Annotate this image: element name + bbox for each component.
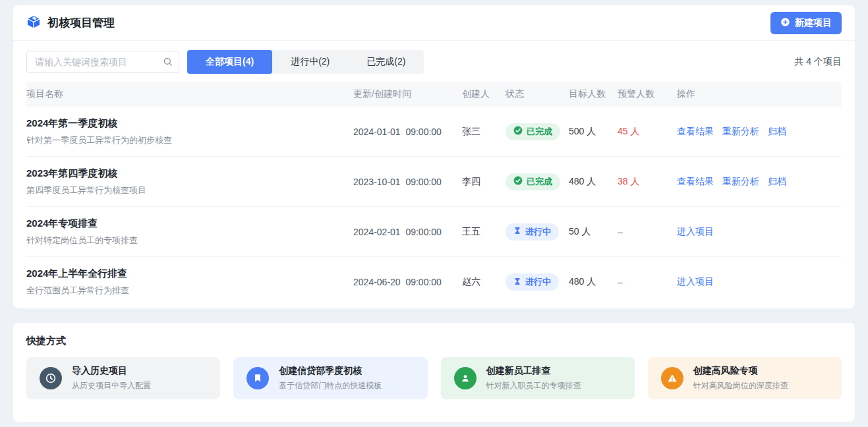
enter-project-link[interactable]: 进入项目 — [677, 226, 714, 238]
target-count: 50 人 — [569, 226, 618, 238]
column-header-time: 更新/创建时间 — [353, 88, 462, 100]
actions-cell: 查看结果 重新分析 归档 — [677, 126, 842, 138]
new-project-button[interactable]: 新建项目 — [770, 12, 842, 34]
hourglass-icon — [513, 227, 521, 237]
new-project-label: 新建项目 — [795, 17, 832, 29]
tab-all-projects[interactable]: 全部项目(4) — [187, 50, 272, 74]
project-name-cell: 2023年第四季度初核 第四季度员工异常行为核查项目 — [26, 167, 353, 196]
reanalyze-link[interactable]: 重新分析 — [722, 176, 759, 188]
status-label: 已完成 — [527, 126, 552, 138]
clock-icon — [40, 367, 62, 389]
status-badge: 已完成 — [506, 173, 560, 190]
project-time: 2024-06-20 09:00:00 — [353, 277, 462, 287]
shortcut-cards: 导入历史项目 从历史项目中导入配置 创建信贷部季度初核 基于信贷部门特点的快速模… — [26, 357, 842, 399]
check-circle-icon — [513, 176, 523, 187]
view-results-link[interactable]: 查看结果 — [677, 126, 714, 138]
project-desc: 第四季度员工异常行为核查项目 — [26, 185, 353, 196]
shortcuts-panel: 快捷方式 导入历史项目 从历史项目中导入配置 创建信贷部季度初核 基于信贷部门特… — [13, 323, 855, 422]
column-header-name: 项目名称 — [26, 88, 353, 100]
project-management-panel: 初核项目管理 新建项目 全部项目(4) 进行中(2) 已完成(2) — [13, 5, 855, 308]
title-wrap: 初核项目管理 — [26, 14, 115, 32]
shortcuts-title: 快捷方式 — [26, 335, 842, 347]
card-desc: 针对高风险岗位的深度排查 — [693, 380, 788, 391]
target-count: 480 人 — [569, 176, 618, 188]
check-circle-icon — [513, 126, 523, 137]
status-badge: 已完成 — [506, 123, 560, 140]
archive-link[interactable]: 归档 — [768, 176, 786, 188]
project-time: 2024-02-01 09:00:00 — [353, 227, 462, 237]
status-cell: 已完成 — [506, 123, 569, 140]
card-desc: 基于信贷部门特点的快速模板 — [279, 380, 382, 391]
shortcut-credit-quarterly[interactable]: 创建信贷部季度初核 基于信贷部门特点的快速模板 — [233, 357, 427, 399]
toolbar: 全部项目(4) 进行中(2) 已完成(2) 共 4 个项目 — [13, 41, 855, 82]
card-desc: 针对新入职员工的专项排查 — [486, 380, 581, 391]
warning-count: 38 人 — [618, 176, 677, 188]
search-box — [26, 51, 179, 73]
reanalyze-link[interactable]: 重新分析 — [722, 126, 759, 138]
tab-in-progress[interactable]: 进行中(2) — [272, 50, 348, 74]
warning-count: – — [618, 277, 677, 287]
card-text: 创建高风险专项 针对高风险岗位的深度排查 — [693, 365, 788, 391]
project-time: 2024-01-01 09:00:00 — [353, 127, 462, 137]
card-desc: 从历史项目中导入配置 — [72, 380, 151, 391]
actions-cell: 进入项目 — [677, 276, 842, 288]
project-creator: 张三 — [462, 126, 506, 138]
warning-count: – — [618, 227, 677, 237]
table-row: 2023年第四季度初核 第四季度员工异常行为核查项目 2023-10-01 09… — [26, 157, 842, 207]
project-creator: 李四 — [462, 176, 506, 188]
card-title: 导入历史项目 — [72, 365, 151, 377]
total-count: 共 4 个项目 — [794, 56, 842, 68]
bookmark-icon — [246, 367, 269, 389]
card-text: 创建信贷部季度初核 基于信贷部门特点的快速模板 — [279, 365, 382, 391]
status-label: 进行中 — [525, 276, 551, 288]
project-time: 2023-10-01 09:00:00 — [353, 177, 462, 187]
column-header-status: 状态 — [506, 88, 569, 100]
warning-count: 45 人 — [618, 126, 677, 138]
actions-cell: 查看结果 重新分析 归档 — [677, 176, 842, 188]
card-text: 创建新员工排查 针对新入职员工的专项排查 — [486, 365, 581, 391]
warning-triangle-icon — [661, 367, 683, 389]
shortcut-high-risk[interactable]: 创建高风险专项 针对高风险岗位的深度排查 — [648, 357, 842, 399]
status-badge: 进行中 — [506, 223, 559, 241]
card-title: 创建新员工排查 — [486, 365, 581, 377]
project-name: 2024年第一季度初核 — [26, 117, 353, 130]
project-name: 2024年专项排查 — [26, 217, 353, 230]
tab-completed[interactable]: 已完成(2) — [348, 50, 424, 74]
enter-project-link[interactable]: 进入项目 — [677, 276, 714, 288]
card-title: 创建信贷部季度初核 — [279, 365, 382, 377]
cube-icon — [26, 14, 41, 32]
view-results-link[interactable]: 查看结果 — [677, 176, 714, 188]
project-creator: 王五 — [462, 226, 506, 238]
actions-cell: 进入项目 — [677, 226, 842, 238]
project-name-cell: 2024年上半年全行排查 全行范围员工异常行为排查 — [26, 268, 353, 297]
status-label: 进行中 — [525, 226, 551, 238]
table-row: 2024年上半年全行排查 全行范围员工异常行为排查 2024-06-20 09:… — [26, 257, 842, 307]
target-count: 500 人 — [569, 126, 618, 138]
search-input[interactable] — [26, 51, 179, 73]
status-cell: 已完成 — [506, 173, 569, 190]
project-name-cell: 2024年第一季度初核 针对第一季度员工异常行为的初步核查 — [26, 117, 353, 146]
search-icon — [163, 57, 173, 69]
panel-header: 初核项目管理 新建项目 — [13, 5, 855, 41]
project-desc: 针对第一季度员工异常行为的初步核查 — [26, 134, 353, 146]
card-title: 创建高风险专项 — [693, 365, 788, 377]
status-label: 已完成 — [527, 176, 552, 188]
archive-link[interactable]: 归档 — [768, 126, 786, 138]
project-name: 2023年第四季度初核 — [26, 167, 353, 180]
shortcut-new-employee[interactable]: 创建新员工排查 针对新入职员工的专项排查 — [441, 357, 635, 399]
shortcut-import-history[interactable]: 导入历史项目 从历史项目中导入配置 — [26, 357, 220, 399]
status-cell: 进行中 — [506, 273, 569, 291]
target-count: 480 人 — [569, 276, 618, 288]
table-row: 2024年专项排查 针对特定岗位员工的专项排查 2024-02-01 09:00… — [26, 207, 842, 257]
project-creator: 赵六 — [462, 276, 506, 288]
hourglass-icon — [513, 277, 521, 287]
card-text: 导入历史项目 从历史项目中导入配置 — [72, 365, 151, 391]
user-icon — [454, 367, 477, 389]
column-header-creator: 创建人 — [462, 88, 506, 100]
filter-tabs: 全部项目(4) 进行中(2) 已完成(2) — [187, 50, 424, 74]
project-desc: 全行范围员工异常行为排查 — [26, 285, 353, 297]
plus-circle-icon — [780, 17, 790, 29]
project-table: 项目名称 更新/创建时间 创建人 状态 目标人数 预警人数 操作 2024年第一… — [13, 82, 855, 307]
column-header-target: 目标人数 — [569, 88, 618, 100]
column-header-warning: 预警人数 — [618, 88, 677, 100]
